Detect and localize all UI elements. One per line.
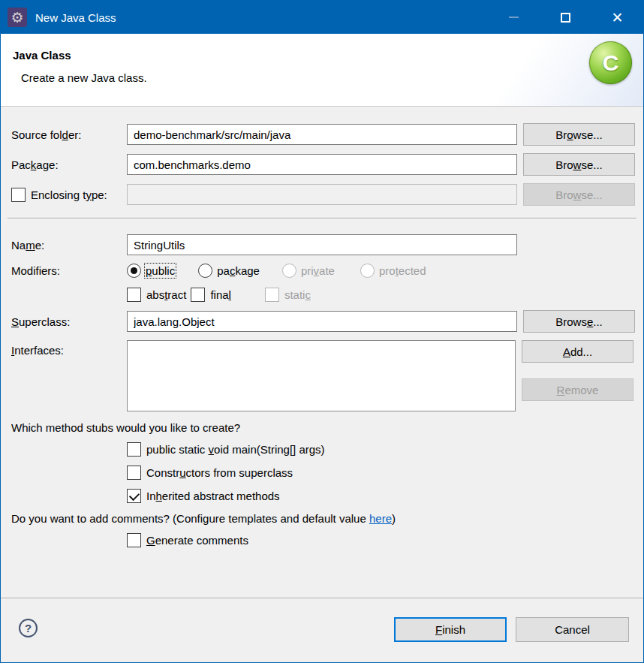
private-radio-label: private <box>301 264 335 277</box>
java-class-icon: C <box>589 41 632 84</box>
public-radio[interactable] <box>127 264 141 278</box>
package-row: Package: Browse... <box>11 153 633 176</box>
enclosing-type-row: Enclosing type: Browse... <box>11 183 633 206</box>
enclosing-type-option: Enclosing type: <box>11 188 127 202</box>
superclass-label: Superclass: <box>11 315 127 328</box>
form-body: Source folder: Browse... Package: Browse… <box>1 107 643 548</box>
modifiers-radio-row: Modifiers: public package private protec… <box>11 261 633 279</box>
new-java-class-dialog: ⚙ New Java Class ✕ Java Class Create a n… <box>0 0 644 663</box>
window-title: New Java Class <box>35 11 116 24</box>
page-subtitle: Create a new Java class. <box>1 62 643 84</box>
name-label: Name: <box>11 239 127 252</box>
method-stubs-question: Which method stubs would you like to cre… <box>11 421 633 434</box>
interfaces-add-button[interactable]: Add... <box>522 340 633 363</box>
inherited-methods-checkbox[interactable] <box>127 489 141 503</box>
constructors-label: Constructors from superclass <box>146 466 293 479</box>
wizard-header: Java Class Create a new Java class. C <box>1 34 643 107</box>
generate-comments-checkbox[interactable] <box>127 533 141 547</box>
stub-inherited-option: Inherited abstract methods <box>127 487 633 504</box>
name-input[interactable] <box>127 234 517 255</box>
maximize-button[interactable] <box>540 1 591 34</box>
abstract-checkbox[interactable] <box>127 288 141 302</box>
eclipse-wizard-icon: ⚙ <box>8 8 27 27</box>
configure-templates-link[interactable]: here <box>369 512 392 525</box>
cancel-button[interactable]: Cancel <box>516 617 629 642</box>
package-input[interactable] <box>127 154 517 175</box>
interfaces-remove-button: Remove <box>522 378 633 401</box>
help-icon[interactable]: ? <box>19 619 38 637</box>
public-label: public <box>146 264 175 277</box>
package-label: Package: <box>11 158 127 171</box>
comments-question: Do you want to add comments? (Configure … <box>11 512 633 525</box>
window-controls: ✕ <box>488 1 643 34</box>
source-folder-input[interactable] <box>127 124 517 145</box>
generate-comments-label: Generate comments <box>146 534 248 547</box>
maximize-icon <box>561 13 570 23</box>
interfaces-list[interactable] <box>127 340 516 411</box>
minimize-button[interactable] <box>488 1 540 34</box>
superclass-input[interactable] <box>127 311 517 332</box>
protected-radio-label: protected <box>379 264 426 277</box>
modifiers-checkbox-row: abstract final static <box>11 286 633 303</box>
protected-radio <box>360 264 375 278</box>
interfaces-row: Interfaces: Add... Remove <box>11 340 633 411</box>
enclosing-type-label: Enclosing type: <box>31 188 107 201</box>
modifier-private: private <box>282 264 335 278</box>
modifier-abstract: abstract <box>127 288 186 302</box>
modifier-final: final <box>191 288 231 302</box>
section-separator <box>8 218 636 219</box>
final-checkbox[interactable] <box>191 288 205 302</box>
static-checkbox <box>265 288 279 302</box>
source-folder-label: Source folder: <box>11 128 127 141</box>
footer-bar: ? Finish Cancel <box>1 599 643 662</box>
package-radio-label: package <box>217 264 260 277</box>
finish-button[interactable]: Finish <box>394 617 507 642</box>
stub-constructors-option: Constructors from superclass <box>127 464 633 481</box>
private-radio <box>282 264 296 278</box>
page-title: Java Class <box>1 34 643 62</box>
minimize-icon <box>509 17 519 18</box>
inherited-methods-label: Inherited abstract methods <box>146 490 280 502</box>
interfaces-label: Interfaces: <box>11 340 127 357</box>
abstract-label: abstract <box>146 288 186 301</box>
modifier-static: static <box>265 288 311 302</box>
modifier-package: package <box>198 264 260 278</box>
modifier-public: public <box>127 264 175 278</box>
main-method-checkbox[interactable] <box>127 442 141 457</box>
stub-main-option: public static void main(String[] args) <box>127 441 633 457</box>
constructors-checkbox[interactable] <box>127 466 141 480</box>
package-radio[interactable] <box>198 264 212 278</box>
close-button[interactable]: ✕ <box>591 1 643 34</box>
package-browse-button[interactable]: Browse... <box>523 153 635 176</box>
enclosing-type-browse-button: Browse... <box>523 183 635 206</box>
main-method-label: public static void main(String[] args) <box>146 443 325 456</box>
enclosing-type-checkbox[interactable] <box>11 188 26 202</box>
static-label: static <box>284 288 311 301</box>
source-folder-browse-button[interactable]: Browse... <box>523 123 635 146</box>
superclass-row: Superclass: Browse... <box>11 310 633 333</box>
source-folder-row: Source folder: Browse... <box>11 123 633 146</box>
name-row: Name: <box>11 234 633 255</box>
modifiers-label: Modifiers: <box>11 264 127 277</box>
superclass-browse-button[interactable]: Browse... <box>523 310 635 333</box>
final-label: final <box>210 288 231 301</box>
modifier-protected: protected <box>360 264 426 278</box>
generate-comments-option: Generate comments <box>127 532 633 548</box>
title-bar: ⚙ New Java Class ✕ <box>1 1 643 34</box>
enclosing-type-input <box>127 184 517 205</box>
